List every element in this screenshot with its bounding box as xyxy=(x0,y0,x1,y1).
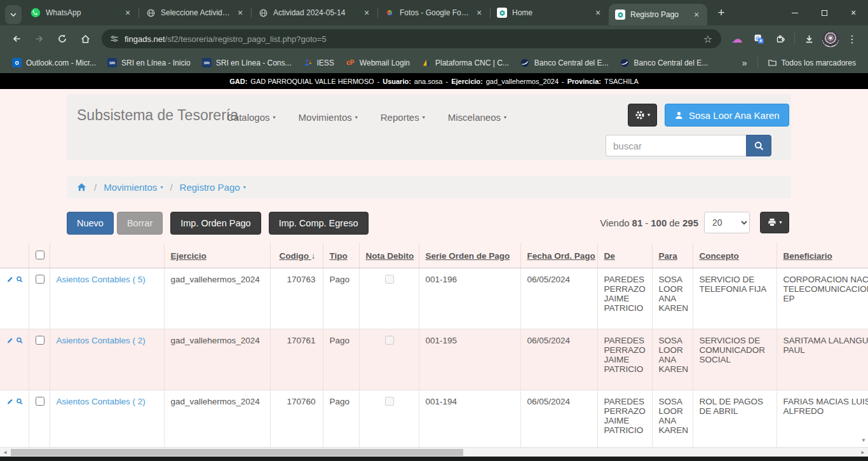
header-codigo[interactable]: Codigo ↓ xyxy=(270,243,323,268)
home-breadcrumb-icon[interactable] xyxy=(76,182,87,193)
imp-comp-egreso-button[interactable]: Imp. Comp. Egreso xyxy=(269,212,369,235)
tab-close-icon[interactable]: × xyxy=(361,7,372,18)
asientos-contables-link[interactable]: Asientos Contables ( 5) xyxy=(57,275,146,284)
tab-seleccione-actividad[interactable]: Seleccione Actividad × xyxy=(139,0,251,25)
tab-close-icon[interactable]: × xyxy=(122,7,133,18)
search-input[interactable] xyxy=(606,135,746,156)
breadcrumb: / Movimientos▾ / Registro Pago▾ xyxy=(67,176,791,198)
bookmark-star-icon[interactable]: ☆ xyxy=(698,33,717,45)
search-button[interactable] xyxy=(746,135,771,156)
print-button[interactable]: ▾ xyxy=(760,212,789,233)
chevron-down-icon: ▾ xyxy=(648,113,650,118)
edit-pencil-icon[interactable] xyxy=(6,397,14,406)
header-ejercicio[interactable]: Ejercicio xyxy=(164,243,270,268)
breadcrumb-separator: / xyxy=(94,182,97,193)
breadcrumb-movimientos[interactable]: Movimientos▾ xyxy=(104,182,163,193)
header-concepto[interactable]: Concepto xyxy=(693,243,776,268)
forward-button[interactable] xyxy=(30,29,49,48)
cloud-icon: ☁ xyxy=(732,32,743,46)
user-account-button[interactable]: Sosa Loor Ana Karen xyxy=(665,104,789,127)
tab-search-chevron-button[interactable] xyxy=(5,5,22,24)
vertical-scroll-down-arrow[interactable]: ▼ xyxy=(861,437,866,443)
tab-whatsapp[interactable]: WhatsApp × xyxy=(24,0,139,25)
row-checkbox[interactable] xyxy=(36,275,44,284)
chevron-down-icon: ▾ xyxy=(423,115,425,120)
tab-registro-pago-active[interactable]: Registro Pago × xyxy=(609,4,707,25)
bookmark-iess[interactable]: IESS xyxy=(297,55,340,70)
gad-value: GAD PARROQUIAL VALLE HERMOSO xyxy=(250,78,374,85)
cell-serie: 001-194 xyxy=(419,390,520,448)
menu-miscelaneos[interactable]: Miscelaneos▾ xyxy=(448,112,506,123)
extensions-puzzle-icon[interactable] xyxy=(771,29,790,48)
borrar-button[interactable]: Borrar xyxy=(117,212,163,235)
page-size-select[interactable]: 20 xyxy=(704,212,750,233)
new-tab-button[interactable]: + xyxy=(712,4,730,22)
pagination-controls: Viendo 81 - 100 de 295 20 ▾ xyxy=(600,212,789,233)
imp-orden-pago-button[interactable]: Imp. Orden Pago xyxy=(170,212,261,235)
fingads-flower-icon xyxy=(615,10,625,20)
settings-gear-button[interactable]: ▾ xyxy=(628,104,657,127)
bookmark-banco-central-1[interactable]: Banco Central del E... xyxy=(515,55,614,70)
scroll-right-arrow[interactable]: ► xyxy=(860,450,865,455)
menu-reportes[interactable]: Reportes▾ xyxy=(381,112,425,123)
translate-extension-icon[interactable]: Ga xyxy=(749,29,768,48)
row-checkbox[interactable] xyxy=(36,397,44,406)
scrollbar-thumb[interactable] xyxy=(11,449,463,456)
view-magnifier-icon[interactable] xyxy=(16,336,24,345)
bookmarks-divider xyxy=(757,57,758,69)
header-serie[interactable]: Serie Orden de Pago xyxy=(419,243,520,268)
address-bar[interactable]: fingads.net/sf2/tesoreria/registro_pago_… xyxy=(102,29,721,48)
bookmarks-overflow-button[interactable]: » xyxy=(736,58,754,68)
header-tipo[interactable]: Tipo xyxy=(323,243,359,268)
bookmark-outlook[interactable]: oOutlook.com - Micr... xyxy=(6,55,102,70)
bookmark-banco-central-2[interactable]: Banco Central del E... xyxy=(614,55,714,70)
bookmark-sri-inicio[interactable]: SRISRI en Línea - Inicio xyxy=(102,55,196,70)
cell-actions xyxy=(0,268,29,329)
select-all-checkbox[interactable] xyxy=(36,251,44,259)
menu-catalogos[interactable]: Catalogos▾ xyxy=(227,112,276,123)
edit-pencil-icon[interactable] xyxy=(6,336,14,345)
close-button[interactable]: × xyxy=(839,0,868,25)
tab-close-icon[interactable]: × xyxy=(234,7,246,18)
profile-avatar[interactable] xyxy=(821,29,840,48)
reload-button[interactable] xyxy=(53,29,72,48)
bookmark-sri-consultas[interactable]: SRISRI en Línea - Cons... xyxy=(196,55,297,70)
chevron-down-icon: ▾ xyxy=(504,115,506,120)
downloads-button[interactable] xyxy=(799,29,818,48)
cell-tipo: Pago xyxy=(323,329,359,390)
breadcrumb-registro-pago[interactable]: Registro Pago▾ xyxy=(180,182,246,193)
view-magnifier-icon[interactable] xyxy=(16,275,24,284)
horizontal-scrollbar[interactable]: ◄ ► xyxy=(0,447,868,457)
tab-close-icon[interactable]: × xyxy=(473,7,485,18)
minimize-button[interactable] xyxy=(780,0,810,25)
row-checkbox[interactable] xyxy=(36,336,44,345)
viewing-end: 100 xyxy=(651,217,667,228)
tab-close-icon[interactable]: × xyxy=(691,9,702,20)
maximize-button[interactable] xyxy=(810,0,839,25)
header-nota-debito[interactable]: Nota Debito xyxy=(359,243,419,268)
bookmark-label: Banco Central del E... xyxy=(634,58,709,67)
tab-home[interactable]: Home × xyxy=(491,0,609,25)
edit-pencil-icon[interactable] xyxy=(6,275,14,284)
bookmark-webmail[interactable]: cPWebmail Login xyxy=(340,55,416,70)
tab-actividad[interactable]: Actividad 2024-05-14 × xyxy=(252,0,377,25)
view-magnifier-icon[interactable] xyxy=(16,397,24,406)
cloud-extension-icon[interactable]: ☁ xyxy=(728,29,747,48)
header-beneficiario[interactable]: Beneficiario xyxy=(776,243,868,268)
header-fecha[interactable]: Fecha Ord. Pago xyxy=(520,243,597,268)
bookmark-plataforma-cnc[interactable]: Plataforma CNC | C... xyxy=(416,55,515,70)
tab-close-icon[interactable]: × xyxy=(592,7,604,18)
tab-google-fotos[interactable]: Fotos - Google Fotos × xyxy=(378,0,490,25)
menu-movimientos[interactable]: Movimientos▾ xyxy=(299,112,358,123)
asientos-contables-link[interactable]: Asientos Contables ( 2) xyxy=(57,397,146,406)
header-de[interactable]: De xyxy=(597,243,652,268)
home-button[interactable] xyxy=(76,29,95,48)
asientos-contables-link[interactable]: Asientos Contables ( 2) xyxy=(57,336,146,345)
all-bookmarks-button[interactable]: Todos los marcadores xyxy=(762,55,862,70)
browser-menu-button[interactable]: ⋮ xyxy=(843,29,862,48)
nuevo-button[interactable]: Nuevo xyxy=(67,212,114,235)
header-para[interactable]: Para xyxy=(652,243,693,268)
scroll-left-arrow[interactable]: ◄ xyxy=(3,450,8,455)
back-button[interactable] xyxy=(7,29,26,48)
window-controls: × xyxy=(780,0,868,25)
